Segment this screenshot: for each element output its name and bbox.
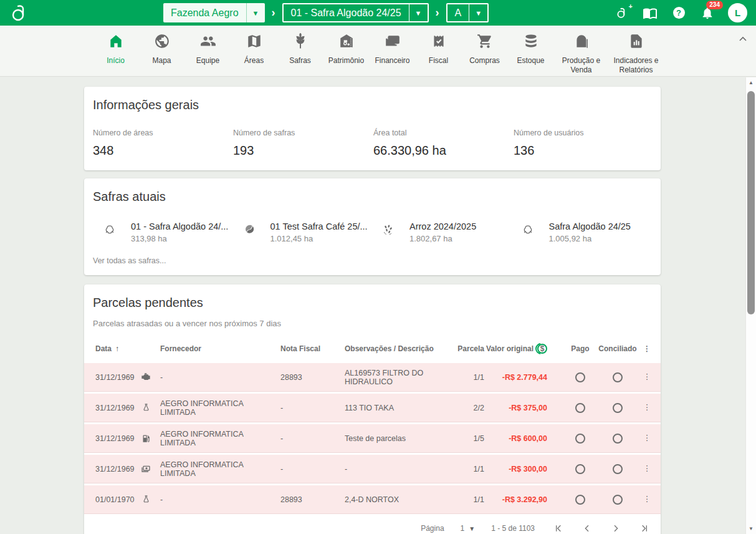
scroll-up-icon[interactable]: ▲ [746, 80, 756, 85]
season-item[interactable]: Safra Algodão 24/25 1.005,92 ha [522, 221, 661, 243]
page-select[interactable]: 1 ▼ [461, 524, 476, 533]
banknote-icon [138, 464, 154, 474]
season-item[interactable]: 01 - Safra Algodão 24/... 313,98 ha [103, 221, 243, 243]
season-selector[interactable]: 01 - Safra Algodão 24/25 ▼ [282, 3, 429, 22]
nav-item-equipe[interactable]: Equipe [185, 33, 231, 75]
scroll-down-icon[interactable]: ▼ [746, 526, 756, 532]
row-menu-button[interactable]: ⋮ [638, 465, 656, 473]
reconciled-radio[interactable] [613, 434, 623, 444]
cell-installment: 1/1 [454, 465, 484, 473]
row-menu-button[interactable]: ⋮ [638, 495, 656, 503]
table-row[interactable]: 31/12/1969 AEGRO INFORMATICA LIMITADA - … [84, 424, 661, 453]
cell-supplier: AEGRO INFORMATICA LIMITADA [160, 430, 272, 447]
season-selector-label: 01 - Safra Algodão 24/25 [284, 7, 409, 19]
column-header-valor[interactable]: Valor original $ [484, 344, 547, 354]
main-navigation: Início Mapa Equipe Áreas [0, 26, 756, 77]
stat-usuarios: Número de usuários 136 [514, 129, 654, 158]
database-icon [523, 33, 539, 52]
cell-description: - [345, 465, 454, 473]
nav-item-estoque[interactable]: Estoque [508, 33, 554, 75]
nav-item-safras[interactable]: Safras [277, 33, 323, 75]
notifications-bell-icon[interactable]: 234 [699, 5, 715, 21]
cotton-icon [103, 223, 118, 243]
nav-item-producao-e-venda[interactable]: Produção e Venda [554, 33, 609, 75]
nav-item-mapa[interactable]: Mapa [139, 33, 185, 75]
silo-icon [573, 33, 590, 52]
breadcrumb-separator-icon: › [265, 6, 282, 19]
cell-value: -R$ 300,00 [484, 465, 547, 473]
nav-item-fiscal[interactable]: Fiscal [416, 33, 462, 75]
season-item[interactable]: Arroz 2024/2025 1.802,67 ha [382, 221, 522, 243]
paid-radio[interactable] [575, 434, 585, 444]
current-seasons-card: Safras atuais 01 - Safra Algodão 24/... … [84, 178, 661, 275]
first-page-button[interactable] [553, 523, 563, 533]
column-header-pago[interactable]: Pago [563, 344, 598, 353]
column-header-data[interactable]: Data↑ [95, 344, 138, 353]
column-header-conciliado[interactable]: Conciliado [598, 344, 638, 353]
last-page-button[interactable] [639, 523, 649, 533]
aegro-logo-icon[interactable] [9, 3, 34, 23]
cell-value: -R$ 375,00 [484, 404, 547, 412]
collapse-nav-icon[interactable] [739, 33, 747, 44]
add-account-icon[interactable]: + [613, 5, 629, 21]
area-selector[interactable]: A ▼ [446, 3, 489, 22]
paid-radio[interactable] [575, 372, 585, 382]
table-menu-button[interactable]: ⋮ [638, 345, 656, 352]
column-header-observacoes[interactable]: Observações / Descrição [345, 344, 454, 353]
chevron-down-icon[interactable]: ▼ [246, 3, 265, 22]
table-row[interactable]: 01/01/1970 - 28893 2,4-D NORTOX 1/1 -R$ … [84, 485, 661, 514]
breadcrumb: Fazenda Aegro ▼ › 01 - Safra Algodão 24/… [163, 0, 489, 26]
table-row[interactable]: 31/12/1969 - 28893 AL169573 FILTRO DO HI… [84, 363, 661, 392]
next-page-button[interactable] [611, 523, 621, 533]
row-menu-button[interactable]: ⋮ [638, 404, 656, 412]
nav-item-areas[interactable]: Áreas [231, 33, 277, 75]
row-menu-button[interactable]: ⋮ [638, 434, 656, 442]
help-icon[interactable]: ? [671, 5, 687, 21]
nav-item-financeiro[interactable]: Financeiro [370, 33, 416, 75]
chevron-down-icon[interactable]: ▼ [469, 4, 487, 21]
nav-item-patrimonio[interactable]: Patrimônio [323, 33, 370, 75]
nav-item-compras[interactable]: Compras [462, 33, 508, 75]
nav-item-indicadores-e-relatorios[interactable]: Indicadores e Relatórios [609, 33, 664, 75]
table-row[interactable]: 31/12/1969 AEGRO INFORMATICA LIMITADA - … [84, 394, 661, 422]
card-subtitle: Parcelas atrasadas ou a vencer nos próxi… [84, 310, 661, 328]
fuel-pump-icon [138, 434, 154, 444]
avatar[interactable]: L [728, 3, 747, 22]
table-row[interactable]: 31/12/1969 AEGRO INFORMATICA LIMITADA - … [84, 455, 661, 483]
reconciled-radio[interactable] [613, 464, 623, 474]
table-header: Data↑ Fornecedor Nota Fiscal Observações… [84, 334, 661, 363]
chevron-down-icon[interactable]: ▼ [409, 4, 428, 21]
cell-installment: 2/2 [454, 404, 484, 412]
farm-selector[interactable]: Fazenda Aegro ▼ [163, 3, 265, 22]
vertical-scrollbar[interactable]: ▲ ▼ [745, 77, 756, 534]
paid-radio[interactable] [575, 495, 585, 505]
general-info-card: Informações gerais Número de áreas 348 N… [84, 87, 661, 170]
column-header-fornecedor[interactable]: Fornecedor [160, 344, 272, 353]
reconciled-radio[interactable] [613, 495, 623, 505]
scrollbar-thumb[interactable] [747, 91, 755, 314]
cell-value: -R$ 3.292,90 [484, 495, 547, 504]
paid-radio[interactable] [575, 403, 585, 413]
top-bar: Fazenda Aegro ▼ › 01 - Safra Algodão 24/… [0, 0, 756, 26]
pagination-label: Página [421, 524, 444, 533]
cell-supplier: - [160, 373, 272, 382]
coins-icon: $ [537, 344, 547, 354]
paid-radio[interactable] [575, 464, 585, 474]
column-header-parcela[interactable]: Parcela [454, 344, 484, 353]
cotton-icon [522, 223, 537, 243]
area-selector-label: A [447, 7, 469, 19]
reconciled-radio[interactable] [613, 403, 623, 413]
row-menu-button[interactable]: ⋮ [638, 373, 656, 381]
reconciled-radio[interactable] [613, 372, 623, 382]
nav-item-inicio[interactable]: Início [93, 33, 139, 75]
cart-icon [477, 33, 493, 52]
cell-date: 31/12/1969 [95, 373, 138, 382]
knowledge-book-icon[interactable] [642, 5, 658, 21]
view-all-seasons-link[interactable]: Ver todas as safras... [93, 256, 166, 265]
table-pagination: Página 1 ▼ 1 - 5 de 1103 [84, 516, 661, 534]
column-header-nota-fiscal[interactable]: Nota Fiscal [280, 344, 333, 353]
banknote-icon [385, 33, 401, 52]
previous-page-button[interactable] [582, 523, 592, 533]
cell-invoice: - [280, 404, 333, 412]
season-item[interactable]: 01 Test Safra Café 25/... 1.012,45 ha [243, 221, 383, 243]
